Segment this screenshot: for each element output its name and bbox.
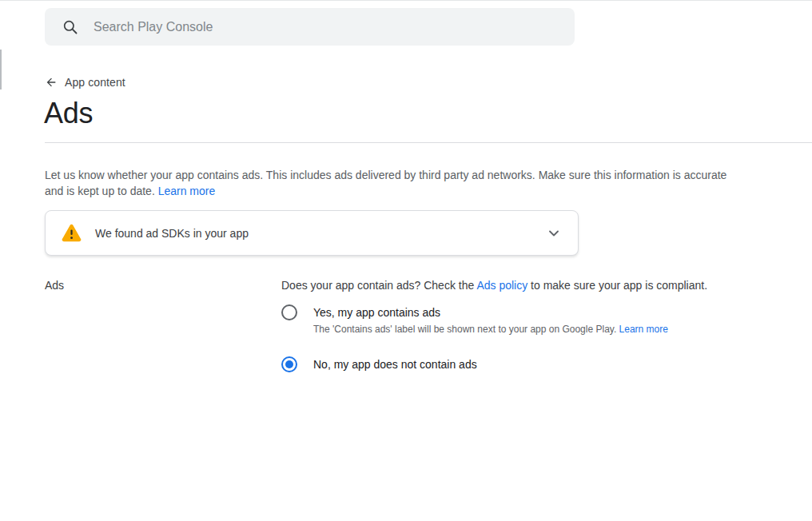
contains-ads-learn-more-link[interactable]: Learn more xyxy=(619,324,668,335)
radio-button-no[interactable] xyxy=(281,356,297,372)
back-arrow-icon[interactable] xyxy=(45,76,58,89)
radio-option-no[interactable]: No, my app does not contain ads xyxy=(281,356,477,372)
page-title: Ads xyxy=(44,99,93,128)
radio-button-yes[interactable] xyxy=(281,304,297,320)
question-suffix: to make sure your app is compliant. xyxy=(527,279,707,292)
radio-description-yes: The 'Contains ads' label will be shown n… xyxy=(313,323,668,336)
search-bar[interactable] xyxy=(45,8,575,46)
intro-learn-more-link[interactable]: Learn more xyxy=(158,185,216,197)
question-prefix: Does your app contain ads? Check the xyxy=(281,279,476,292)
ads-question: Does your app contain ads? Check the Ads… xyxy=(281,279,707,292)
intro-paragraph: Let us know whether your app contains ad… xyxy=(45,167,742,199)
intro-text: Let us know whether your app contains ad… xyxy=(45,169,726,197)
ads-policy-link[interactable]: Ads policy xyxy=(476,279,527,292)
sidebar-edge xyxy=(0,50,2,89)
chevron-down-icon[interactable] xyxy=(546,225,562,241)
breadcrumb-back-app-content[interactable]: App content xyxy=(45,76,125,89)
radio-option-yes[interactable]: Yes, my app contains ads The 'Contains a… xyxy=(281,304,668,336)
warning-icon xyxy=(62,224,82,242)
radio-label-no[interactable]: No, my app does not contain ads xyxy=(313,356,477,372)
radio-description-text: The 'Contains ads' label will be shown n… xyxy=(313,324,619,335)
header-divider xyxy=(45,142,812,143)
section-label-ads: Ads xyxy=(45,279,64,292)
search-icon xyxy=(62,19,78,35)
breadcrumb-label[interactable]: App content xyxy=(65,76,125,89)
radio-label-yes[interactable]: Yes, my app contains ads xyxy=(313,304,668,320)
warning-banner[interactable]: We found ad SDKs in your app xyxy=(45,210,579,256)
search-input[interactable] xyxy=(94,20,562,34)
warning-message: We found ad SDKs in your app xyxy=(95,227,249,240)
top-border-line xyxy=(0,0,812,1)
